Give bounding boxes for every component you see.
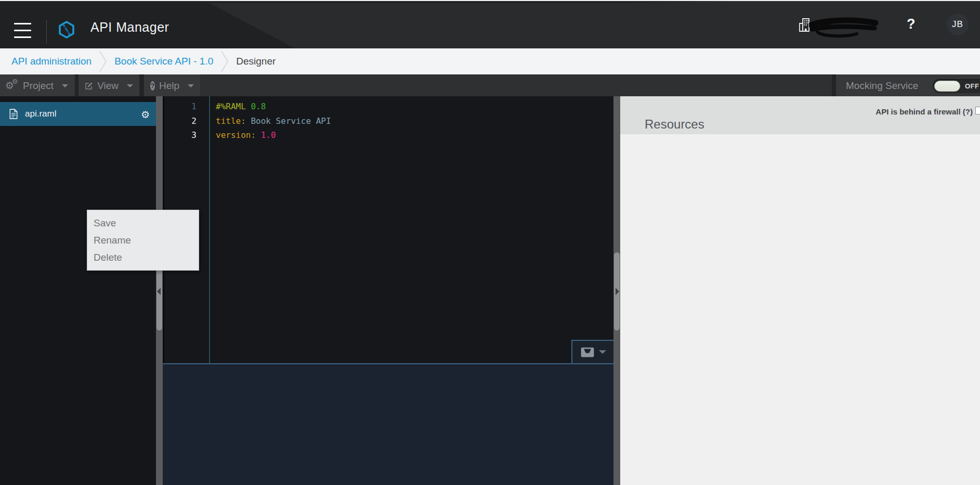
designer-toolbar: ⚙⚙ Project View ? Help Mocking Service O… <box>0 74 980 96</box>
view-menu-label: View <box>97 80 119 92</box>
project-menu-button[interactable]: ⚙⚙ Project <box>0 74 75 96</box>
project-menu-label: Project <box>23 80 54 92</box>
header-divider <box>46 20 47 44</box>
user-avatar[interactable]: JB <box>947 14 969 35</box>
context-menu-save[interactable]: Save <box>87 214 199 232</box>
file-sidebar: api.raml ⚙ <box>0 96 156 485</box>
firewall-checkbox[interactable] <box>975 107 980 114</box>
file-row-api-raml[interactable]: api.raml ⚙ <box>0 102 156 126</box>
header-top-line <box>0 0 980 1</box>
code-content[interactable]: #%RAML 0.8title: Book Service APIversion… <box>216 96 331 143</box>
code-line[interactable]: #%RAML 0.8 <box>216 99 331 114</box>
line-number: 2 <box>164 114 197 129</box>
resources-panel: Resources API is behind a firewall (?) <box>620 96 980 485</box>
help-circle-icon: ? <box>150 81 155 91</box>
view-menu-button[interactable]: View <box>79 74 139 96</box>
right-splitter[interactable] <box>613 96 620 485</box>
document-icon <box>9 109 18 119</box>
mocking-service-toggle[interactable]: OFF <box>933 79 980 93</box>
code-line[interactable]: title: Book Service API <box>216 114 331 129</box>
help-menu-button[interactable]: ? Help <box>144 74 200 96</box>
breadcrumb-book-service-api[interactable]: Book Service API - 1.0 <box>114 56 213 67</box>
mocking-service-label: Mocking Service <box>846 75 918 97</box>
breadcrumb: API administration Book Service API - 1.… <box>0 48 980 74</box>
breadcrumb-api-administration[interactable]: API administration <box>11 56 92 67</box>
left-splitter[interactable] <box>156 96 163 485</box>
resources-panel-header: Resources API is behind a firewall (?) <box>620 96 980 134</box>
file-name-label: api.raml <box>25 109 56 119</box>
console-panel <box>163 363 613 485</box>
toolbar-gap <box>75 74 79 96</box>
firewall-label: API is behind a firewall (?) <box>876 107 973 116</box>
api-designer-app: API Manager ? JB API administrati <box>0 0 980 485</box>
tray-icon <box>580 347 595 358</box>
context-menu-rename[interactable]: Rename <box>87 232 199 249</box>
code-line[interactable]: version: 1.0 <box>216 128 331 143</box>
file-gear-icon[interactable]: ⚙ <box>141 109 150 121</box>
main-area: api.raml ⚙ 123 #%RAML 0.8title: Book Ser… <box>0 96 980 485</box>
breadcrumb-separator-icon <box>220 50 229 73</box>
toggle-knob <box>934 81 960 92</box>
file-context-menu: Save Rename Delete <box>87 210 199 271</box>
breadcrumb-separator-icon <box>99 50 107 73</box>
gears-icon: ⚙⚙ <box>6 80 19 92</box>
chevron-right-icon[interactable] <box>616 288 619 295</box>
context-menu-delete[interactable]: Delete <box>87 249 199 266</box>
organization-building-icon[interactable] <box>799 18 810 32</box>
mocking-service-section: Mocking Service OFF <box>836 74 980 96</box>
toggle-state-label: OFF <box>965 79 979 93</box>
line-number: 3 <box>164 128 197 143</box>
mulesoft-logo-icon <box>58 21 75 39</box>
line-number: 1 <box>164 99 197 114</box>
app-title: API Manager <box>90 19 169 35</box>
toolbar-gap <box>139 74 144 96</box>
resources-title: Resources <box>645 117 704 132</box>
app-header: API Manager ? JB <box>0 0 980 48</box>
redacted-org-name-scribble <box>809 17 880 39</box>
export-tray-button[interactable] <box>571 340 613 363</box>
chevron-down-icon <box>127 84 133 87</box>
breadcrumb-designer: Designer <box>236 56 276 67</box>
hamburger-menu-icon[interactable] <box>14 23 31 38</box>
raml-code-editor[interactable]: 123 #%RAML 0.8title: Book Service APIver… <box>163 96 613 363</box>
chevron-down-icon <box>62 84 68 87</box>
line-number-gutter: 123 <box>164 96 201 143</box>
chevron-down-icon <box>599 350 606 354</box>
help-menu-label: Help <box>159 80 179 92</box>
chevron-left-icon[interactable] <box>157 288 161 295</box>
help-icon[interactable]: ? <box>907 16 916 32</box>
toolbar-gap <box>832 74 836 96</box>
gutter-divider <box>209 96 210 363</box>
chevron-down-icon <box>188 84 194 87</box>
edit-icon <box>85 81 93 91</box>
